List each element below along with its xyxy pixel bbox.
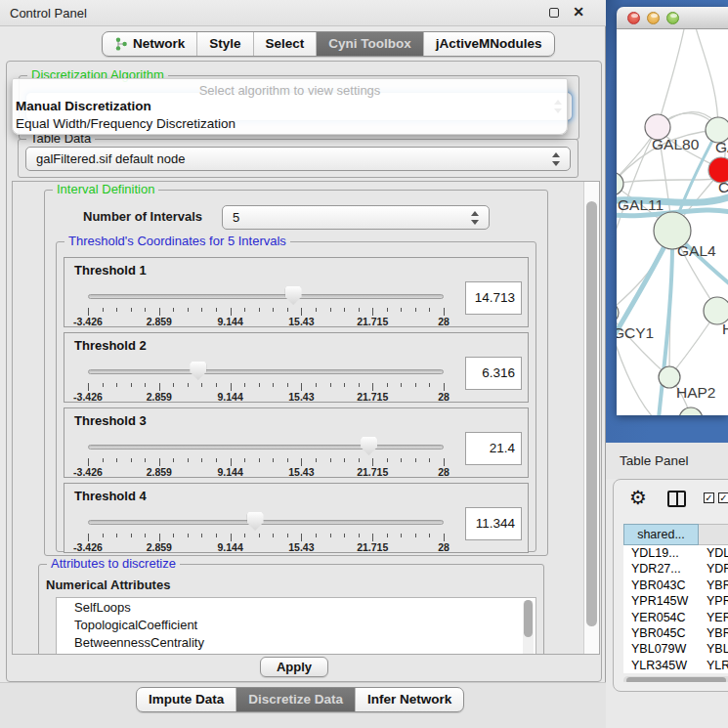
- zoom-traffic-icon[interactable]: [666, 12, 679, 24]
- float-window-icon[interactable]: [549, 8, 559, 18]
- table-data-combobox[interactable]: galFiltered.sif default node: [25, 147, 571, 171]
- tab-select[interactable]: Select: [254, 32, 318, 56]
- cell-name[interactable]: YBL079W: [707, 641, 728, 657]
- table-horizontal-scrollbar[interactable]: [623, 676, 728, 682]
- threshold-1-value-field[interactable]: 14.713: [465, 281, 522, 315]
- slider-scale-labels: -3.4262.8599.14415.4321.71528: [88, 541, 444, 553]
- network-edge: [658, 29, 685, 127]
- tab-label: Style: [209, 36, 240, 51]
- slider-thumb[interactable]: [361, 437, 377, 455]
- checkbox-icon[interactable]: ✓: [718, 492, 728, 503]
- cell-name[interactable]: YLR345W: [707, 658, 728, 673]
- node-label: GAL11: [618, 196, 664, 213]
- node-attribute-table: shared... name YDL19...YDL19...YDR27...Y…: [623, 524, 728, 682]
- node-label: HAP2: [676, 384, 716, 401]
- slider-thumb[interactable]: [190, 362, 206, 380]
- slider-track[interactable]: [88, 294, 444, 299]
- table-row[interactable]: YBR043CYBR043C: [623, 578, 728, 593]
- slider-thumb[interactable]: [247, 512, 264, 531]
- slider-scale-labels: -3.4262.8599.14415.4321.71528: [88, 466, 444, 478]
- algorithm-placeholder: Select algorithm to view settings: [13, 83, 567, 98]
- attribute-item[interactable]: BetweennessCentrality: [57, 633, 535, 651]
- slider-track[interactable]: [88, 369, 444, 374]
- slider-track[interactable]: [88, 445, 444, 450]
- threshold-2-value-field[interactable]: 6.316: [465, 357, 522, 390]
- column-header-name[interactable]: name: [699, 524, 728, 545]
- algorithm-option-equal-width[interactable]: Equal Width/Frequency Discretization: [15, 116, 565, 131]
- table-row[interactable]: YDR27...YDR27...: [623, 561, 728, 577]
- interval-definition-title: Interval Definition: [53, 182, 158, 196]
- split-pane-icon[interactable]: [667, 491, 686, 507]
- close-traffic-icon[interactable]: [627, 12, 640, 24]
- tab-discretize-data[interactable]: Discretize Data: [236, 688, 356, 711]
- tab-jactivemnodules[interactable]: jActiveMNodules: [424, 32, 554, 56]
- num-intervals-label: Number of Intervals: [83, 209, 202, 224]
- gear-icon[interactable]: ⚙: [629, 486, 647, 509]
- algorithm-dropdown-popup: Select algorithm to view settings Manual…: [12, 78, 568, 135]
- table-panel-title: Table Panel: [620, 453, 689, 468]
- slider-scale-labels: -3.4262.8599.14415.4321.71528: [88, 391, 444, 403]
- node-label: GAL: [715, 139, 728, 155]
- table-rows: YDL19...YDL19...YDR27...YDR27...YBR043CY…: [623, 545, 728, 673]
- network-node[interactable]: [679, 407, 703, 415]
- cell-name[interactable]: YBR043C: [707, 578, 728, 593]
- cell-name[interactable]: YDL19...: [707, 545, 728, 561]
- tab-style[interactable]: Style: [197, 32, 253, 56]
- node-label: GAL80: [652, 136, 700, 152]
- panel-title: Control Panel: [10, 6, 87, 21]
- attributes-group-title: Attributes to discretize: [47, 556, 180, 571]
- network-window-titlebar: [617, 7, 728, 29]
- numerical-attributes-list: SelfLoopsTopologicalCoefficientBetweenne…: [56, 597, 536, 655]
- cell-name[interactable]: YPR145W: [707, 593, 728, 609]
- cell-shared-name[interactable]: YBL079W: [631, 641, 699, 657]
- attributes-scrollbar[interactable]: [523, 600, 534, 655]
- cell-shared-name[interactable]: YDR27...: [631, 561, 699, 577]
- slider-thumb[interactable]: [285, 286, 302, 305]
- threshold-label: Threshold 2: [74, 338, 147, 353]
- threshold-label: Threshold 3: [74, 413, 147, 428]
- cell-name[interactable]: YDR27...: [707, 561, 728, 577]
- tab-network[interactable]: Network: [103, 32, 197, 56]
- settings-vertical-scrollbar[interactable]: [583, 182, 599, 655]
- apply-button[interactable]: Apply: [260, 657, 328, 677]
- table-row[interactable]: YPR145WYPR145W: [623, 593, 728, 609]
- combo-stepper-icon: [471, 211, 480, 225]
- bottom-tab-bar: Impute DataDiscretize DataInfer Network: [136, 687, 464, 712]
- cell-shared-name[interactable]: YDL19...: [631, 545, 699, 561]
- table-row[interactable]: YDL19...YDL19...: [623, 545, 728, 561]
- tab-label: Select: [266, 36, 305, 51]
- settings-scroll-viewport: Interval Definition Number of Intervals …: [12, 181, 600, 655]
- num-intervals-combobox[interactable]: 5: [222, 205, 490, 230]
- cell-shared-name[interactable]: YLR345W: [631, 658, 699, 673]
- minimize-traffic-icon[interactable]: [647, 12, 660, 24]
- checkbox-icon[interactable]: ✓: [704, 492, 714, 503]
- attribute-item[interactable]: TopologicalCoefficient: [57, 616, 535, 633]
- cell-shared-name[interactable]: YER054C: [631, 610, 699, 625]
- table-row[interactable]: YLR345WYLR345W: [623, 658, 728, 673]
- cell-name[interactable]: YBR045C: [707, 625, 728, 641]
- table-row[interactable]: YBL079WYBL079W: [623, 641, 728, 657]
- tab-cyni-toolbox[interactable]: Cyni Toolbox: [317, 32, 424, 56]
- node-label: C: [718, 179, 728, 195]
- tab-impute-data[interactable]: Impute Data: [137, 688, 236, 711]
- slider-track[interactable]: [88, 520, 444, 525]
- table-row[interactable]: YER054CYER054C: [623, 610, 728, 625]
- cell-shared-name[interactable]: YBR043C: [631, 578, 699, 593]
- cell-name[interactable]: YER054C: [707, 610, 728, 625]
- threshold-4-value-field[interactable]: 11.344: [465, 507, 522, 540]
- tab-label: Discretize Data: [248, 692, 343, 707]
- threshold-4-box: Threshold 4-3.4262.8599.14415.4321.71528…: [64, 483, 529, 553]
- attribute-item[interactable]: SelfLoops: [57, 598, 535, 616]
- cell-shared-name[interactable]: YBR045C: [631, 625, 699, 641]
- threshold-3-value-field[interactable]: 21.4: [465, 432, 522, 465]
- table-data-value: galFiltered.sif default node: [36, 151, 185, 166]
- close-icon[interactable]: ✕: [573, 4, 584, 20]
- tab-label: jActiveMNodules: [436, 36, 542, 51]
- tab-infer-network[interactable]: Infer Network: [356, 688, 463, 711]
- algorithm-option-manual[interactable]: Manual Discretization: [15, 99, 565, 113]
- column-header-shared-name[interactable]: shared...: [623, 524, 699, 545]
- cell-shared-name[interactable]: YPR145W: [631, 593, 699, 609]
- table-row[interactable]: YBR045CYBR045C: [623, 625, 728, 641]
- network-canvas[interactable]: GAL80GALCGAL11GAL4GCY1HHAP2: [617, 29, 728, 415]
- threshold-2-box: Threshold 2-3.4262.8599.14415.4321.71528…: [64, 332, 529, 403]
